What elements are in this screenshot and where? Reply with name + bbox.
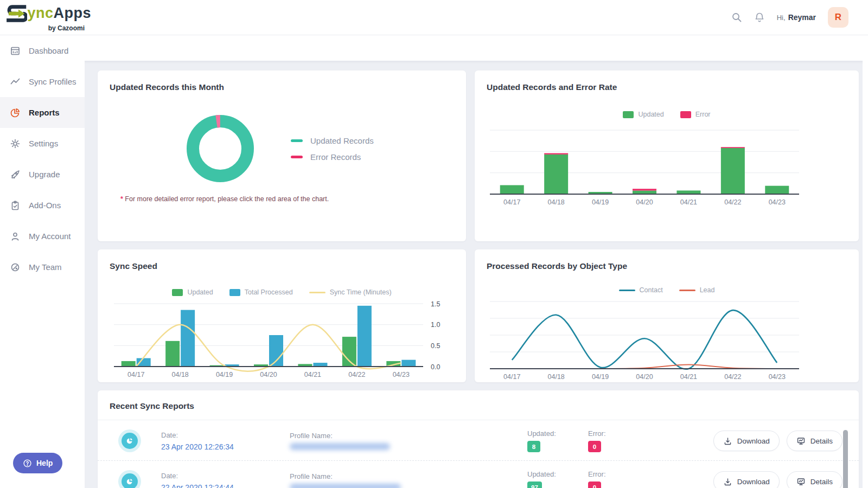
sidebar-item-upgrade[interactable]: Upgrade [0, 159, 85, 190]
notifications-bell-icon[interactable] [754, 12, 765, 23]
legend-line-swatch [679, 290, 695, 291]
chart-legend: Updated Total Processed Sync Time (Minut… [110, 288, 454, 296]
help-question-icon [23, 459, 32, 468]
report-date: 22 Apr 2020 12:24:44 [161, 483, 290, 488]
updated-count-badge: 97 [527, 481, 542, 488]
legend-sync-time[interactable]: Sync Time (Minutes) [309, 288, 392, 296]
svg-text:04/20: 04/20 [636, 198, 653, 206]
updated-label: Updated: [527, 429, 588, 438]
recent-sync-reports-card: Recent Sync Reports Date: 23 Apr 2 [98, 390, 859, 488]
svg-text:04/22: 04/22 [724, 373, 741, 381]
legend-error-records[interactable]: Error Records [291, 152, 374, 162]
sidebar-item-my-account[interactable]: My Account [0, 221, 85, 252]
svg-text:04/19: 04/19 [592, 373, 609, 381]
legend-swatch [623, 111, 634, 118]
dashboard-icon [10, 46, 21, 56]
legend-error[interactable]: Error [680, 111, 711, 118]
svg-text:04/18: 04/18 [548, 373, 565, 381]
legend-line-swatch [309, 292, 326, 293]
donut-chart[interactable] [186, 114, 255, 183]
user-greeting[interactable]: Hi, Reymar [777, 13, 816, 22]
svg-text:0.0: 0.0 [431, 363, 440, 371]
legend-updated-records[interactable]: Updated Records [291, 136, 374, 145]
svg-text:04/21: 04/21 [304, 371, 321, 378]
main-area: Updated Records this Month Updated Recor… [85, 35, 868, 488]
sidebar-item-my-team[interactable]: My Team [0, 252, 85, 282]
sidebar-item-settings[interactable]: Settings [0, 128, 85, 159]
svg-text:04/19: 04/19 [592, 198, 609, 206]
reports-pie-icon [10, 107, 21, 118]
card-processed-by-object: Processed Records by Object Type Contact… [475, 249, 859, 382]
profile-name-label: Profile Name: [290, 472, 527, 480]
sync-profiles-icon [10, 76, 21, 87]
download-button[interactable]: Download [713, 471, 780, 488]
settings-gear-icon [10, 138, 21, 149]
card-sync-speed: Sync Speed Updated Total Processed Sync … [98, 249, 466, 382]
top-header: yncApps by Cazoomi Hi, Reymar R [0, 0, 868, 35]
details-button[interactable]: Details [787, 431, 843, 451]
stacked-bar-chart[interactable]: 04/1704/1804/1904/2004/2104/2204/23 [490, 130, 847, 217]
svg-text:04/17: 04/17 [503, 198, 520, 206]
sync-speed-chart[interactable]: 04/1704/1804/1904/2004/2104/2204/231.51.… [114, 304, 454, 382]
section-title: Recent Sync Reports [110, 401, 847, 411]
logo-s-icon [4, 3, 27, 24]
legend-total-processed[interactable]: Total Processed [229, 288, 293, 296]
donut-legend: Updated Records Error Records [291, 136, 374, 162]
sidebar: Dashboard Sync Profiles Reports Settings… [0, 35, 85, 488]
chart-legend: Updated Error [487, 111, 847, 118]
sidebar-item-add-ons[interactable]: Add-Ons [0, 190, 85, 221]
add-ons-clipboard-icon [10, 200, 21, 211]
date-label: Date: [161, 472, 290, 480]
pie-glyph-icon [126, 478, 133, 485]
legend-updated[interactable]: Updated [172, 288, 213, 296]
svg-text:0.5: 0.5 [431, 342, 440, 350]
legend-swatch [229, 289, 240, 296]
card-title: Updated Records this Month [110, 82, 454, 92]
app-logo[interactable]: yncApps by Cazoomi [4, 3, 91, 32]
svg-text:04/17: 04/17 [503, 373, 520, 381]
svg-text:1.5: 1.5 [431, 300, 440, 307]
my-team-icon [10, 262, 21, 273]
username: Reymar [788, 13, 816, 22]
legend-contact[interactable]: Contact [619, 286, 663, 294]
svg-text:04/23: 04/23 [769, 373, 786, 381]
svg-text:04/18: 04/18 [548, 198, 565, 206]
svg-text:04/18: 04/18 [172, 371, 189, 378]
details-monitor-icon [796, 436, 806, 446]
sidebar-item-sync-profiles[interactable]: Sync Profiles [0, 66, 85, 97]
svg-text:1.0: 1.0 [431, 321, 440, 329]
svg-text:04/21: 04/21 [680, 198, 697, 206]
sidebar-item-dashboard[interactable]: Dashboard [0, 35, 85, 66]
upgrade-rocket-icon [10, 169, 21, 180]
updated-label: Updated: [527, 470, 588, 478]
svg-text:04/22: 04/22 [348, 371, 365, 378]
svg-text:04/20: 04/20 [260, 371, 277, 378]
details-monitor-icon [796, 477, 806, 486]
avatar[interactable]: R [828, 7, 848, 28]
error-label: Error: [588, 429, 659, 438]
sync-report-icon [118, 429, 141, 452]
card-title: Updated Records and Error Rate [487, 82, 847, 92]
profile-name-label: Profile Name: [290, 432, 527, 440]
object-type-line-chart[interactable]: 04/1704/1804/1904/2004/2104/2204/23 [490, 301, 847, 382]
reports-scrollbar-thumb[interactable] [843, 430, 848, 488]
card-updated-records-month: Updated Records this Month Updated Recor… [98, 70, 466, 241]
help-button[interactable]: Help [13, 453, 62, 473]
date-label: Date: [161, 431, 290, 439]
card-title: Processed Records by Object Type [487, 261, 847, 271]
legend-lead[interactable]: Lead [679, 286, 715, 294]
card-updated-error-rate: Updated Records and Error Rate Updated E… [475, 70, 859, 241]
search-icon[interactable] [731, 12, 742, 23]
details-button[interactable]: Details [787, 471, 843, 488]
profile-name-redacted [290, 484, 401, 488]
svg-text:04/20: 04/20 [636, 373, 653, 381]
legend-swatch [291, 156, 303, 158]
legend-updated[interactable]: Updated [623, 111, 663, 118]
legend-swatch [291, 139, 303, 142]
svg-text:04/23: 04/23 [393, 371, 410, 378]
download-button[interactable]: Download [713, 431, 780, 451]
chart-legend: Contact Lead [487, 286, 847, 294]
my-account-person-icon [10, 231, 21, 242]
sidebar-item-reports[interactable]: Reports [0, 97, 85, 128]
updated-count-badge: 8 [527, 441, 540, 452]
